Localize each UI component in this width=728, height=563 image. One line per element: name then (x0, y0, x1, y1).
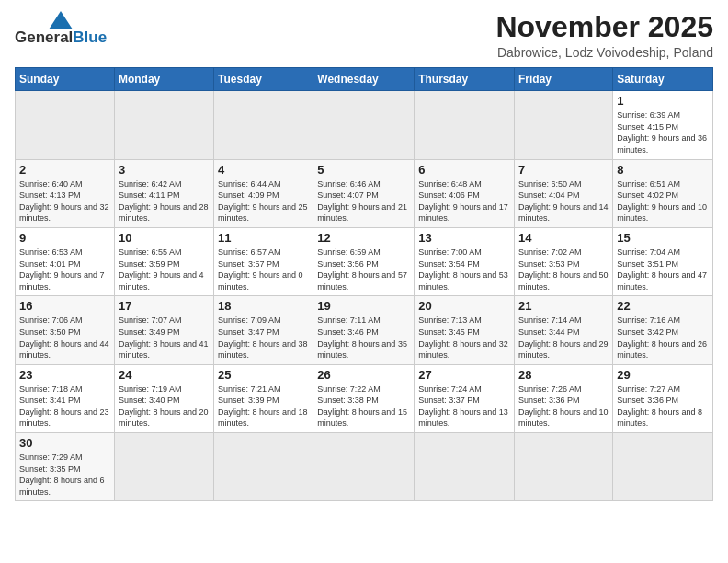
calendar-cell (114, 91, 213, 159)
day-number: 5 (317, 163, 410, 177)
calendar-cell (415, 91, 515, 159)
calendar-cell: 27Sunrise: 7:24 AM Sunset: 3:37 PM Dayli… (415, 364, 515, 432)
day-number: 28 (518, 368, 609, 382)
calendar-title: November 2025 (495, 11, 713, 43)
day-number: 11 (218, 231, 309, 245)
calendar-cell: 19Sunrise: 7:11 AM Sunset: 3:46 PM Dayli… (313, 296, 415, 364)
day-number: 2 (19, 163, 110, 177)
calendar-week-3: 16Sunrise: 7:06 AM Sunset: 3:50 PM Dayli… (16, 296, 713, 364)
calendar-cell: 5Sunrise: 6:46 AM Sunset: 4:07 PM Daylig… (313, 159, 415, 227)
day-info: Sunrise: 7:16 AM Sunset: 3:42 PM Dayligh… (617, 315, 709, 361)
day-number: 12 (317, 231, 410, 245)
weekday-header-sunday: Sunday (16, 68, 115, 91)
calendar-cell: 25Sunrise: 7:21 AM Sunset: 3:39 PM Dayli… (214, 364, 313, 432)
day-number: 24 (119, 368, 210, 382)
day-number: 17 (119, 299, 210, 313)
day-number: 21 (518, 299, 609, 313)
day-number: 7 (518, 163, 609, 177)
calendar-cell: 13Sunrise: 7:00 AM Sunset: 3:54 PM Dayli… (415, 227, 515, 295)
calendar-cell: 18Sunrise: 7:09 AM Sunset: 3:47 PM Dayli… (214, 296, 313, 364)
day-number: 8 (617, 163, 709, 177)
weekday-header-saturday: Saturday (613, 68, 713, 91)
calendar-week-0: 1Sunrise: 6:39 AM Sunset: 4:15 PM Daylig… (16, 91, 713, 159)
day-info: Sunrise: 6:55 AM Sunset: 3:59 PM Dayligh… (119, 247, 210, 293)
day-info: Sunrise: 6:53 AM Sunset: 4:01 PM Dayligh… (19, 247, 110, 293)
day-info: Sunrise: 6:59 AM Sunset: 3:56 PM Dayligh… (317, 247, 410, 293)
logo-triangle-icon (49, 11, 73, 29)
day-number: 23 (19, 368, 110, 382)
calendar-cell (415, 433, 515, 501)
day-info: Sunrise: 6:40 AM Sunset: 4:13 PM Dayligh… (19, 178, 110, 224)
weekday-header-monday: Monday (114, 68, 213, 91)
calendar-cell: 30Sunrise: 7:29 AM Sunset: 3:35 PM Dayli… (16, 433, 115, 501)
calendar-cell (16, 91, 115, 159)
logo: GeneralBlue (15, 11, 107, 47)
calendar-cell: 22Sunrise: 7:16 AM Sunset: 3:42 PM Dayli… (613, 296, 713, 364)
day-number: 13 (418, 231, 510, 245)
calendar-cell: 3Sunrise: 6:42 AM Sunset: 4:11 PM Daylig… (114, 159, 213, 227)
day-info: Sunrise: 7:00 AM Sunset: 3:54 PM Dayligh… (418, 247, 510, 293)
calendar-cell: 1Sunrise: 6:39 AM Sunset: 4:15 PM Daylig… (613, 91, 713, 159)
calendar-cell: 24Sunrise: 7:19 AM Sunset: 3:40 PM Dayli… (114, 364, 213, 432)
calendar-cell: 4Sunrise: 6:44 AM Sunset: 4:09 PM Daylig… (214, 159, 313, 227)
day-info: Sunrise: 7:07 AM Sunset: 3:49 PM Dayligh… (119, 315, 210, 361)
calendar-cell: 12Sunrise: 6:59 AM Sunset: 3:56 PM Dayli… (313, 227, 415, 295)
day-number: 22 (617, 299, 709, 313)
day-info: Sunrise: 7:27 AM Sunset: 3:36 PM Dayligh… (617, 384, 709, 430)
day-info: Sunrise: 7:21 AM Sunset: 3:39 PM Dayligh… (218, 384, 309, 430)
day-info: Sunrise: 6:50 AM Sunset: 4:04 PM Dayligh… (518, 178, 609, 224)
day-info: Sunrise: 7:22 AM Sunset: 3:38 PM Dayligh… (317, 384, 410, 430)
weekday-header-wednesday: Wednesday (313, 68, 415, 91)
calendar-cell: 28Sunrise: 7:26 AM Sunset: 3:36 PM Dayli… (515, 364, 613, 432)
calendar-week-1: 2Sunrise: 6:40 AM Sunset: 4:13 PM Daylig… (16, 159, 713, 227)
calendar-week-4: 23Sunrise: 7:18 AM Sunset: 3:41 PM Dayli… (16, 364, 713, 432)
day-info: Sunrise: 6:39 AM Sunset: 4:15 PM Dayligh… (617, 109, 709, 155)
calendar-cell: 20Sunrise: 7:13 AM Sunset: 3:45 PM Dayli… (415, 296, 515, 364)
day-info: Sunrise: 6:46 AM Sunset: 4:07 PM Dayligh… (317, 178, 410, 224)
calendar-cell: 2Sunrise: 6:40 AM Sunset: 4:13 PM Daylig… (16, 159, 115, 227)
day-number: 16 (19, 299, 110, 313)
day-info: Sunrise: 7:24 AM Sunset: 3:37 PM Dayligh… (418, 384, 510, 430)
day-info: Sunrise: 7:26 AM Sunset: 3:36 PM Dayligh… (518, 384, 609, 430)
day-info: Sunrise: 7:18 AM Sunset: 3:41 PM Dayligh… (19, 384, 110, 430)
day-info: Sunrise: 7:14 AM Sunset: 3:44 PM Dayligh… (518, 315, 609, 361)
calendar-cell: 16Sunrise: 7:06 AM Sunset: 3:50 PM Dayli… (16, 296, 115, 364)
calendar-cell (214, 433, 313, 501)
weekday-header-tuesday: Tuesday (214, 68, 313, 91)
day-number: 30 (19, 436, 110, 450)
calendar-cell: 15Sunrise: 7:04 AM Sunset: 3:51 PM Dayli… (613, 227, 713, 295)
day-info: Sunrise: 7:13 AM Sunset: 3:45 PM Dayligh… (418, 315, 510, 361)
calendar-cell (313, 433, 415, 501)
day-number: 1 (617, 94, 709, 108)
day-info: Sunrise: 6:42 AM Sunset: 4:11 PM Dayligh… (119, 178, 210, 224)
logo-text: GeneralBlue (15, 29, 107, 47)
day-number: 19 (317, 299, 410, 313)
calendar-cell: 7Sunrise: 6:50 AM Sunset: 4:04 PM Daylig… (515, 159, 613, 227)
calendar-cell: 6Sunrise: 6:48 AM Sunset: 4:06 PM Daylig… (415, 159, 515, 227)
calendar-cell (613, 433, 713, 501)
calendar-week-2: 9Sunrise: 6:53 AM Sunset: 4:01 PM Daylig… (16, 227, 713, 295)
calendar-cell (313, 91, 415, 159)
calendar-cell (515, 91, 613, 159)
calendar-week-5: 30Sunrise: 7:29 AM Sunset: 3:35 PM Dayli… (16, 433, 713, 501)
day-number: 26 (317, 368, 410, 382)
day-number: 9 (19, 231, 110, 245)
day-number: 20 (418, 299, 510, 313)
day-info: Sunrise: 7:29 AM Sunset: 3:35 PM Dayligh… (19, 452, 110, 498)
calendar-cell: 29Sunrise: 7:27 AM Sunset: 3:36 PM Dayli… (613, 364, 713, 432)
day-info: Sunrise: 7:11 AM Sunset: 3:46 PM Dayligh… (317, 315, 410, 361)
calendar-cell: 8Sunrise: 6:51 AM Sunset: 4:02 PM Daylig… (613, 159, 713, 227)
day-number: 18 (218, 299, 309, 313)
day-number: 25 (218, 368, 309, 382)
calendar-cell: 10Sunrise: 6:55 AM Sunset: 3:59 PM Dayli… (114, 227, 213, 295)
calendar-table: SundayMondayTuesdayWednesdayThursdayFrid… (15, 67, 713, 501)
day-info: Sunrise: 7:19 AM Sunset: 3:40 PM Dayligh… (119, 384, 210, 430)
day-info: Sunrise: 6:44 AM Sunset: 4:09 PM Dayligh… (218, 178, 309, 224)
day-number: 4 (218, 163, 309, 177)
calendar-cell: 23Sunrise: 7:18 AM Sunset: 3:41 PM Dayli… (16, 364, 115, 432)
day-info: Sunrise: 7:09 AM Sunset: 3:47 PM Dayligh… (218, 315, 309, 361)
day-number: 29 (617, 368, 709, 382)
calendar-cell: 17Sunrise: 7:07 AM Sunset: 3:49 PM Dayli… (114, 296, 213, 364)
calendar-cell (214, 91, 313, 159)
day-info: Sunrise: 7:02 AM Sunset: 3:53 PM Dayligh… (518, 247, 609, 293)
